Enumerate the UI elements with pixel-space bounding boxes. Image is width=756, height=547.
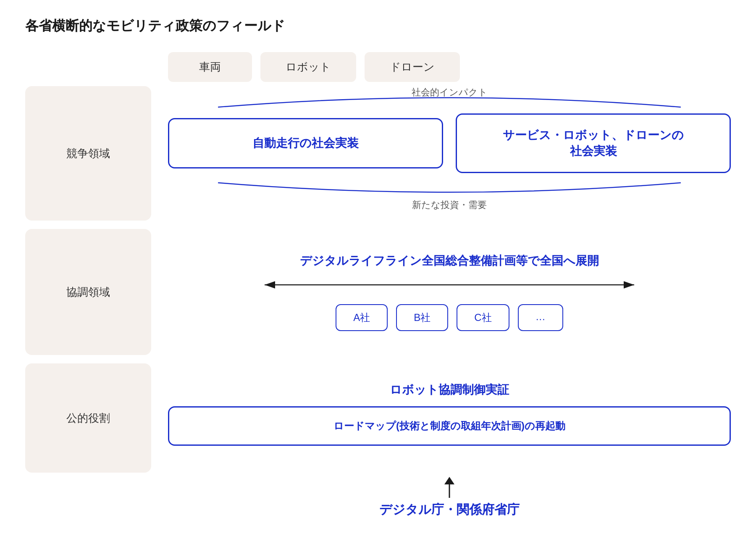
robot-text: ロボット協調制御実証 [168, 382, 731, 398]
box-auto-drive: 自動走行の社会実装 [168, 118, 443, 168]
double-arrow-svg [168, 277, 731, 292]
page-title: 各省横断的なモビリティ政策のフィールド [25, 17, 731, 35]
arrow-up-container [441, 477, 458, 498]
section-public: ロボット協調制御実証 ロードマップ(技術と制度の取組年次計画)の再起動 [168, 363, 731, 473]
company-c: C社 [457, 304, 509, 331]
diagram: 車両 ロボット ドローン 競争領域 協調領域 公的役割 [25, 52, 731, 518]
company-a: A社 [336, 304, 388, 331]
companies-row: A社 B社 C社 … [168, 304, 731, 331]
bottom-section: デジタル庁・関係府省庁 [168, 477, 731, 518]
category-drone: ドローン [365, 52, 460, 82]
main-content: 競争領域 協調領域 公的役割 社会的インパクト [25, 86, 731, 473]
category-robot: ロボット [260, 52, 356, 82]
label-kyoso: 競争領域 [25, 86, 151, 221]
roadmap-box: ロードマップ(技術と制度の取組年次計画)の再起動 [168, 406, 731, 446]
category-vehicle: 車両 [168, 52, 252, 82]
label-kyocho: 協調領域 [25, 229, 151, 355]
section-kyoso: 社会的インパクト 自動走行の社会実装 サービス・ロボット、ドローンの社会実装 [168, 86, 731, 221]
up-arrow-svg [441, 477, 458, 498]
social-impact-label: 社会的インパクト [168, 86, 731, 99]
right-content: 社会的インパクト 自動走行の社会実装 サービス・ロボット、ドローンの社会実装 [151, 86, 731, 473]
company-b: B社 [396, 304, 448, 331]
digital-lifeline-text: デジタルライフライン全国総合整備計画等で全国へ展開 [168, 253, 731, 269]
section-kyocho: デジタルライフライン全国総合整備計画等で全国へ展開 [168, 229, 731, 355]
svg-marker-4 [444, 477, 454, 484]
digital-agency-text: デジタル庁・関係府省庁 [379, 501, 520, 518]
page-container: 各省横断的なモビリティ政策のフィールド 車両 ロボット ドローン 競争領域 協調… [25, 17, 731, 518]
box-service-robot: サービス・ロボット、ドローンの社会実装 [456, 113, 731, 173]
top-categories: 車両 ロボット ドローン [168, 52, 731, 82]
left-labels: 競争領域 協調領域 公的役割 [25, 86, 151, 473]
double-arrow-container [168, 277, 731, 294]
company-more: … [518, 304, 563, 331]
label-public: 公的役割 [25, 363, 151, 473]
new-investment-label: 新たな投資・需要 [168, 199, 731, 211]
